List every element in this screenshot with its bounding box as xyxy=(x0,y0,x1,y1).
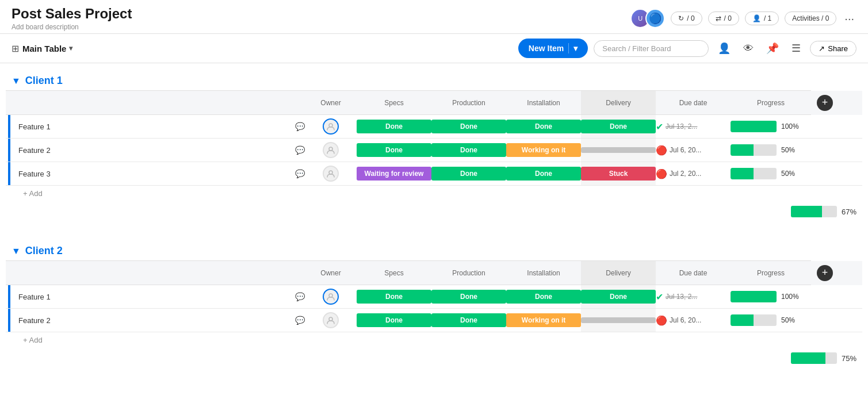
connections-button[interactable]: ⇄ / 0 xyxy=(708,11,739,25)
group-title-client1[interactable]: Client 1 xyxy=(25,75,63,87)
installation-badge[interactable]: Working on it xyxy=(506,313,581,327)
progress-cell[interactable]: 50% xyxy=(731,139,811,162)
delivery-cell[interactable]: Stuck xyxy=(581,162,656,186)
main-table-button[interactable]: Main Table ▾ xyxy=(22,44,72,53)
specs-cell[interactable]: Done xyxy=(357,285,431,309)
installation-cell[interactable]: Working on it xyxy=(506,139,581,162)
owner-cell[interactable] xyxy=(305,162,357,186)
installation-cell[interactable]: Done xyxy=(506,285,581,309)
filter-icon[interactable]: ☰ xyxy=(788,40,804,57)
group-title-client2[interactable]: Client 2 xyxy=(25,245,63,257)
delivery-badge[interactable] xyxy=(581,147,656,153)
owner-cell[interactable] xyxy=(305,115,357,139)
add-col-button[interactable]: + xyxy=(817,265,833,281)
installation-badge[interactable]: Done xyxy=(506,167,581,181)
share-button[interactable]: ↗ Share xyxy=(810,41,856,56)
due-date-cell[interactable]: ✔ Jul 13, 2... xyxy=(656,285,731,309)
installation-cell[interactable]: Done xyxy=(506,115,581,139)
production-badge[interactable]: Done xyxy=(431,313,506,327)
installation-badge[interactable]: Working on it xyxy=(506,143,581,157)
pin-icon[interactable]: 📌 xyxy=(763,40,782,57)
name-cell: Feature 3 💬 xyxy=(6,162,305,186)
top-header: Post Sales Project Add board description… xyxy=(0,0,868,34)
installation-badge[interactable]: Done xyxy=(506,290,581,304)
due-date-cell[interactable]: 🔴 Jul 6, 20... xyxy=(656,309,731,332)
specs-badge[interactable]: Done xyxy=(357,143,431,157)
hide-icon[interactable]: 👁 xyxy=(740,40,757,57)
add-link[interactable]: + Add xyxy=(23,189,43,198)
owner-cell[interactable] xyxy=(305,139,357,162)
group-arrow-client2[interactable]: ▼ xyxy=(12,246,21,256)
production-cell[interactable]: Done xyxy=(431,139,506,162)
activities-button[interactable]: Activities / 0 xyxy=(785,11,836,25)
production-badge[interactable]: Done xyxy=(431,143,506,157)
row-extra xyxy=(811,285,862,309)
delivery-cell[interactable]: Done xyxy=(581,285,656,309)
delivery-badge[interactable]: Stuck xyxy=(581,167,656,181)
comment-icon[interactable]: 💬 xyxy=(295,292,305,301)
delivery-cell[interactable] xyxy=(581,139,656,162)
owner-cell[interactable] xyxy=(305,309,357,332)
owner-avatar[interactable] xyxy=(323,118,339,135)
delivery-badge[interactable]: Done xyxy=(581,120,656,133)
group-arrow-client1[interactable]: ▼ xyxy=(12,76,21,86)
specs-cell[interactable]: Done xyxy=(357,139,431,162)
owner-avatar[interactable] xyxy=(323,166,339,182)
new-item-chevron-icon: ▾ xyxy=(573,44,578,53)
group-separator xyxy=(0,228,868,239)
production-cell[interactable]: Done xyxy=(431,115,506,139)
specs-cell[interactable]: Done xyxy=(357,309,431,332)
comment-icon[interactable]: 💬 xyxy=(295,316,305,325)
production-badge[interactable]: Done xyxy=(431,167,506,181)
due-date-text: Jul 6, 20... xyxy=(670,146,701,154)
summary-bar-fill xyxy=(791,206,822,217)
delivery-cell[interactable] xyxy=(581,309,656,332)
table-grid-icon: ⊞ xyxy=(12,43,19,54)
share-label: Share xyxy=(828,44,848,53)
installation-badge[interactable]: Done xyxy=(506,120,581,133)
add-col-button[interactable]: + xyxy=(817,95,833,111)
comment-icon[interactable]: 💬 xyxy=(295,122,305,131)
progress-bar-bg xyxy=(731,144,777,156)
installation-cell[interactable]: Working on it xyxy=(506,309,581,332)
table-row: Feature 1 💬 Done Done Done xyxy=(6,285,862,309)
owner-avatar[interactable] xyxy=(323,289,339,305)
people-button[interactable]: 👤 / 1 xyxy=(745,11,779,25)
comment-icon[interactable]: 💬 xyxy=(295,145,305,155)
owner-cell[interactable] xyxy=(305,285,357,309)
specs-badge[interactable]: Waiting for review xyxy=(357,167,431,181)
search-input[interactable] xyxy=(594,40,709,57)
progress-cell[interactable]: 100% xyxy=(731,115,811,139)
board-description[interactable]: Add board description xyxy=(12,23,132,31)
comment-icon[interactable]: 💬 xyxy=(295,169,305,178)
updates-button[interactable]: ↻ / 0 xyxy=(671,11,702,25)
production-cell[interactable]: Done xyxy=(431,309,506,332)
specs-badge[interactable]: Done xyxy=(357,313,431,327)
person-filter-icon[interactable]: 👤 xyxy=(714,40,734,57)
delivery-badge[interactable] xyxy=(581,317,656,323)
delivery-badge[interactable]: Done xyxy=(581,290,656,304)
production-cell[interactable]: Done xyxy=(431,162,506,186)
due-date-cell[interactable]: 🔴 Jul 6, 20... xyxy=(656,139,731,162)
specs-cell[interactable]: Waiting for review xyxy=(357,162,431,186)
production-cell[interactable]: Done xyxy=(431,285,506,309)
installation-cell[interactable]: Done xyxy=(506,162,581,186)
progress-cell[interactable]: 50% xyxy=(731,162,811,186)
delivery-cell[interactable]: Done xyxy=(581,115,656,139)
new-item-button[interactable]: New Item ▾ xyxy=(518,39,588,58)
specs-badge[interactable]: Done xyxy=(357,290,431,304)
due-date-cell[interactable]: ✔ Jul 13, 2... xyxy=(656,115,731,139)
add-link[interactable]: + Add xyxy=(23,336,43,344)
owner-avatar[interactable] xyxy=(323,142,339,158)
col-header-installation: Installation xyxy=(506,261,581,285)
chevron-down-icon: ▾ xyxy=(69,44,72,52)
owner-avatar[interactable] xyxy=(323,312,339,328)
production-badge[interactable]: Done xyxy=(431,290,506,304)
progress-cell[interactable]: 100% xyxy=(731,285,811,309)
more-button[interactable]: ··· xyxy=(842,10,856,28)
specs-cell[interactable]: Done xyxy=(357,115,431,139)
specs-badge[interactable]: Done xyxy=(357,120,431,133)
due-date-cell[interactable]: 🔴 Jul 2, 20... xyxy=(656,162,731,186)
production-badge[interactable]: Done xyxy=(431,120,506,133)
progress-cell[interactable]: 50% xyxy=(731,309,811,332)
